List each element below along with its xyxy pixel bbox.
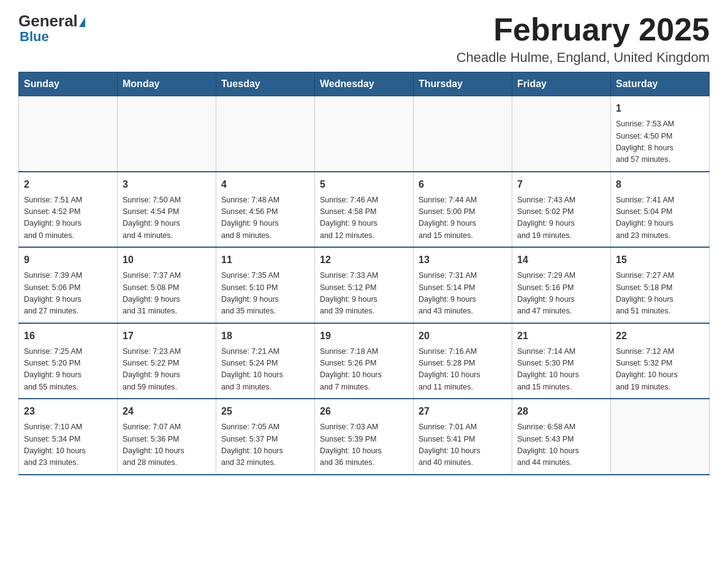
calendar-cell: 14Sunrise: 7:29 AM Sunset: 5:16 PM Dayli… [512,247,611,323]
calendar-cell: 18Sunrise: 7:21 AM Sunset: 5:24 PM Dayli… [216,323,315,399]
calendar-cell: 12Sunrise: 7:33 AM Sunset: 5:12 PM Dayli… [315,247,414,323]
calendar-week-row: 2Sunrise: 7:51 AM Sunset: 4:52 PM Daylig… [19,172,710,248]
day-number: 17 [123,329,211,343]
day-number: 6 [419,177,507,192]
day-number: 4 [221,177,309,192]
calendar-week-row: 23Sunrise: 7:10 AM Sunset: 5:34 PM Dayli… [19,399,710,475]
calendar-cell: 22Sunrise: 7:12 AM Sunset: 5:32 PM Dayli… [611,323,710,399]
page-header: General Blue February 2025 Cheadle Hulme… [18,12,710,66]
day-info: Sunrise: 7:21 AM Sunset: 5:24 PM Dayligh… [221,346,309,394]
day-number: 25 [221,404,309,419]
calendar-week-row: 9Sunrise: 7:39 AM Sunset: 5:06 PM Daylig… [19,247,710,323]
calendar-cell: 4Sunrise: 7:48 AM Sunset: 4:56 PM Daylig… [216,172,315,248]
day-number: 8 [616,177,704,192]
weekday-header-friday: Friday [512,72,611,96]
weekday-header-thursday: Thursday [414,72,512,96]
calendar-week-row: 1Sunrise: 7:53 AM Sunset: 4:50 PM Daylig… [19,96,710,172]
day-number: 1 [616,101,704,116]
calendar-cell: 26Sunrise: 7:03 AM Sunset: 5:39 PM Dayli… [315,399,414,475]
day-info: Sunrise: 7:29 AM Sunset: 5:16 PM Dayligh… [517,270,605,318]
weekday-header-tuesday: Tuesday [216,72,315,96]
calendar-cell: 28Sunrise: 6:58 AM Sunset: 5:43 PM Dayli… [512,399,611,475]
day-info: Sunrise: 7:37 AM Sunset: 5:08 PM Dayligh… [123,270,211,318]
calendar-header-row: SundayMondayTuesdayWednesdayThursdayFrid… [19,72,710,96]
day-info: Sunrise: 7:35 AM Sunset: 5:10 PM Dayligh… [221,270,309,318]
calendar-week-row: 16Sunrise: 7:25 AM Sunset: 5:20 PM Dayli… [19,323,710,399]
day-number: 12 [320,253,408,267]
day-number: 27 [419,404,507,419]
day-number: 10 [123,253,211,267]
day-info: Sunrise: 7:03 AM Sunset: 5:39 PM Dayligh… [320,421,408,469]
calendar-table: SundayMondayTuesdayWednesdayThursdayFrid… [18,72,710,475]
day-info: Sunrise: 7:53 AM Sunset: 4:50 PM Dayligh… [616,118,704,166]
calendar-cell: 23Sunrise: 7:10 AM Sunset: 5:34 PM Dayli… [19,399,118,475]
day-info: Sunrise: 7:01 AM Sunset: 5:41 PM Dayligh… [419,421,507,469]
calendar-cell: 9Sunrise: 7:39 AM Sunset: 5:06 PM Daylig… [19,247,118,323]
calendar-title: February 2025 [457,12,710,47]
calendar-cell: 5Sunrise: 7:46 AM Sunset: 4:58 PM Daylig… [315,172,414,248]
day-info: Sunrise: 7:44 AM Sunset: 5:00 PM Dayligh… [419,194,507,242]
calendar-cell [414,96,512,172]
day-info: Sunrise: 7:05 AM Sunset: 5:37 PM Dayligh… [221,421,309,469]
day-info: Sunrise: 7:18 AM Sunset: 5:26 PM Dayligh… [320,346,408,394]
logo-triangle-icon [79,17,85,27]
day-number: 15 [616,253,704,267]
calendar-cell: 7Sunrise: 7:43 AM Sunset: 5:02 PM Daylig… [512,172,611,248]
calendar-cell [216,96,315,172]
logo-general: General [18,12,85,30]
calendar-cell: 2Sunrise: 7:51 AM Sunset: 4:52 PM Daylig… [19,172,118,248]
day-info: Sunrise: 7:51 AM Sunset: 4:52 PM Dayligh… [24,194,112,242]
calendar-cell: 13Sunrise: 7:31 AM Sunset: 5:14 PM Dayli… [414,247,512,323]
calendar-cell [118,96,216,172]
day-info: Sunrise: 7:27 AM Sunset: 5:18 PM Dayligh… [616,270,704,318]
day-number: 20 [419,329,507,343]
calendar-cell [512,96,611,172]
day-number: 28 [517,404,605,419]
day-info: Sunrise: 7:33 AM Sunset: 5:12 PM Dayligh… [320,270,408,318]
logo: General Blue [18,12,85,45]
day-number: 3 [123,177,211,192]
day-number: 26 [320,404,408,419]
day-number: 22 [616,329,704,343]
calendar-cell: 20Sunrise: 7:16 AM Sunset: 5:28 PM Dayli… [414,323,512,399]
day-number: 2 [24,177,112,192]
calendar-cell: 3Sunrise: 7:50 AM Sunset: 4:54 PM Daylig… [118,172,216,248]
day-info: Sunrise: 7:23 AM Sunset: 5:22 PM Dayligh… [123,346,211,394]
day-number: 5 [320,177,408,192]
calendar-cell [19,96,118,172]
day-info: Sunrise: 7:50 AM Sunset: 4:54 PM Dayligh… [123,194,211,242]
day-info: Sunrise: 7:10 AM Sunset: 5:34 PM Dayligh… [24,421,112,469]
day-info: Sunrise: 7:43 AM Sunset: 5:02 PM Dayligh… [517,194,605,242]
day-info: Sunrise: 7:16 AM Sunset: 5:28 PM Dayligh… [419,346,507,394]
day-info: Sunrise: 7:25 AM Sunset: 5:20 PM Dayligh… [24,346,112,394]
day-number: 14 [517,253,605,267]
calendar-cell: 10Sunrise: 7:37 AM Sunset: 5:08 PM Dayli… [118,247,216,323]
calendar-cell: 21Sunrise: 7:14 AM Sunset: 5:30 PM Dayli… [512,323,611,399]
calendar-cell [315,96,414,172]
day-number: 23 [24,404,112,419]
calendar-cell: 25Sunrise: 7:05 AM Sunset: 5:37 PM Dayli… [216,399,315,475]
day-info: Sunrise: 7:46 AM Sunset: 4:58 PM Dayligh… [320,194,408,242]
title-block: February 2025 Cheadle Hulme, England, Un… [457,12,710,66]
calendar-cell: 16Sunrise: 7:25 AM Sunset: 5:20 PM Dayli… [19,323,118,399]
day-info: Sunrise: 7:48 AM Sunset: 4:56 PM Dayligh… [221,194,309,242]
weekday-header-saturday: Saturday [611,72,710,96]
day-info: Sunrise: 7:14 AM Sunset: 5:30 PM Dayligh… [517,346,605,394]
calendar-cell: 8Sunrise: 7:41 AM Sunset: 5:04 PM Daylig… [611,172,710,248]
day-number: 21 [517,329,605,343]
calendar-cell: 19Sunrise: 7:18 AM Sunset: 5:26 PM Dayli… [315,323,414,399]
logo-blue: Blue [20,29,49,45]
calendar-cell: 1Sunrise: 7:53 AM Sunset: 4:50 PM Daylig… [611,96,710,172]
day-number: 24 [123,404,211,419]
day-number: 9 [24,253,112,267]
day-info: Sunrise: 7:07 AM Sunset: 5:36 PM Dayligh… [123,421,211,469]
calendar-cell: 6Sunrise: 7:44 AM Sunset: 5:00 PM Daylig… [414,172,512,248]
day-number: 7 [517,177,605,192]
day-info: Sunrise: 6:58 AM Sunset: 5:43 PM Dayligh… [517,421,605,469]
calendar-cell: 24Sunrise: 7:07 AM Sunset: 5:36 PM Dayli… [118,399,216,475]
calendar-cell: 11Sunrise: 7:35 AM Sunset: 5:10 PM Dayli… [216,247,315,323]
calendar-cell: 27Sunrise: 7:01 AM Sunset: 5:41 PM Dayli… [414,399,512,475]
calendar-cell: 15Sunrise: 7:27 AM Sunset: 5:18 PM Dayli… [611,247,710,323]
day-number: 16 [24,329,112,343]
weekday-header-sunday: Sunday [19,72,118,96]
